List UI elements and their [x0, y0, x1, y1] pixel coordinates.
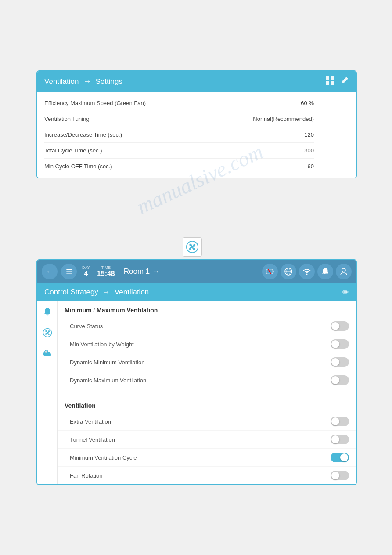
day-display: DAY 4 — [82, 265, 90, 278]
svg-point-5 — [191, 246, 194, 248]
left-sidebar — [37, 301, 58, 484]
toggle-row-fan-rotation: Fan Rotation — [58, 467, 356, 484]
section-header-1: Ventilation — [58, 397, 356, 413]
svg-point-15 — [46, 332, 48, 334]
svg-line-8 — [268, 269, 271, 274]
toggle-label-curve-status: Curve Status — [70, 323, 331, 330]
toggle-tunnel-vent[interactable] — [331, 435, 349, 444]
sidebar-weather-svg — [43, 348, 52, 357]
wifi-icon-btn[interactable] — [299, 264, 315, 279]
main-content: Minimum / Maximum Ventilation Curve Stat… — [58, 301, 356, 484]
globe-icon-btn[interactable] — [281, 264, 296, 279]
toggle-label-fan-rotation: Fan Rotation — [70, 472, 331, 479]
toggle-row-tunnel-vent: Tunnel Ventilation — [58, 431, 356, 449]
day-value: 4 — [84, 270, 88, 278]
sidebar-fan-icon[interactable] — [41, 326, 54, 339]
top-card-content: Efficiency Maximum Speed (Green Fan) 60 … — [37, 92, 321, 178]
menu-button[interactable]: ☰ — [61, 264, 77, 279]
toggle-label-extra-vent: Extra Ventilation — [70, 418, 331, 425]
toggle-label-dynamic-max-vent: Dynamic Maximum Ventilation — [70, 377, 331, 384]
setting-value-0: 60 % — [301, 100, 314, 106]
wifi-icon — [303, 268, 311, 275]
toggle-row-dynamic-max-vent: Dynamic Maximum Ventilation — [58, 371, 356, 389]
toggle-fan-rotation[interactable] — [331, 471, 349, 480]
svg-rect-3 — [331, 81, 334, 85]
svg-rect-0 — [326, 76, 329, 80]
toggle-extra-vent[interactable] — [331, 417, 349, 426]
breadcrumb-edit-icon[interactable]: ✏ — [342, 287, 349, 297]
back-icon: ← — [46, 268, 53, 276]
fan-svg-icon — [186, 240, 199, 254]
ventilation-settings-card: Ventilation → Settings Efficiency Max — [36, 70, 357, 178]
toggle-knob-extra-vent — [331, 417, 339, 425]
toggle-knob-min-vent-weight — [331, 340, 339, 348]
toggle-curve-status[interactable] — [331, 321, 349, 331]
sidebar-bell-icon[interactable] — [41, 306, 54, 319]
sidebar-weather-icon[interactable] — [41, 346, 54, 359]
nav-icons — [262, 264, 352, 279]
toggle-label-min-vent-cycle: Minimum Ventilation Cycle — [70, 454, 331, 461]
setting-row-2: Increase/Decrease Time (sec.) 120 — [44, 127, 314, 143]
svg-point-12 — [306, 274, 308, 275]
setting-label-4: Min Cycle OFF Time (sec.) — [44, 163, 308, 170]
setting-row-1: Ventilation Tuning Normal(Recommended) — [44, 111, 314, 127]
time-display: TIME 15:48 — [97, 265, 115, 278]
person-icon-btn[interactable] — [336, 264, 352, 279]
svg-rect-2 — [326, 81, 329, 85]
toggle-row-curve-status: Curve Status — [58, 317, 356, 335]
section-header-0: Minimum / Maximum Ventilation — [58, 301, 356, 317]
setting-label-1: Ventilation Tuning — [44, 116, 253, 122]
time-label: TIME — [101, 265, 111, 270]
toggle-label-min-vent-weight: Min Ventilation by Weight — [70, 341, 331, 348]
top-card-title: Ventilation — [44, 77, 79, 86]
toggle-knob-fan-rotation — [331, 472, 339, 479]
toggle-row-min-vent-weight: Min Ventilation by Weight — [58, 335, 356, 353]
toggle-min-vent-weight[interactable] — [331, 339, 349, 349]
toggle-min-vent-cycle[interactable] — [331, 453, 349, 462]
menu-icon: ☰ — [66, 268, 72, 276]
top-card-arrow: → — [83, 77, 91, 86]
setting-value-3: 300 — [304, 147, 314, 154]
room-name: Room 1 — [124, 267, 150, 276]
battery-icon-btn[interactable] — [262, 264, 278, 279]
setting-value-4: 60 — [308, 163, 314, 170]
person-icon — [340, 268, 348, 276]
back-button[interactable]: ← — [42, 264, 58, 279]
setting-label-2: Increase/Decrease Time (sec.) — [44, 131, 304, 138]
toggle-dynamic-max-vent[interactable] — [331, 375, 349, 385]
toggle-row-extra-vent: Extra Ventilation — [58, 413, 356, 431]
fan-icon-container[interactable] — [183, 237, 202, 257]
top-card-icons — [325, 76, 349, 87]
bell-nav-icon-btn[interactable] — [317, 264, 333, 279]
breadcrumb-arrow: → — [103, 288, 110, 297]
breadcrumb-subtitle: Ventilation — [115, 288, 149, 297]
grid-icon[interactable] — [325, 76, 335, 87]
day-label: DAY — [82, 265, 90, 270]
section-divider — [58, 393, 356, 393]
navbar: ← ☰ DAY 4 TIME 15:48 Room 1 → — [37, 260, 356, 283]
setting-row-3: Total Cycle Time (sec.) 300 — [44, 143, 314, 159]
breadcrumb-bar: Control Strategy → Ventilation ✏ — [37, 283, 356, 301]
top-card-sidebar — [321, 92, 356, 178]
battery-icon — [266, 269, 274, 274]
top-card-subtitle: Settings — [95, 77, 122, 86]
room-arrow-icon: → — [152, 267, 160, 276]
control-strategy-card: ← ☰ DAY 4 TIME 15:48 Room 1 → — [36, 259, 357, 485]
toggle-knob-tunnel-vent — [331, 435, 339, 443]
card-body: Minimum / Maximum Ventilation Curve Stat… — [37, 301, 356, 484]
globe-icon — [284, 268, 292, 276]
toggle-label-tunnel-vent: Tunnel Ventilation — [70, 436, 331, 443]
svg-rect-7 — [273, 271, 274, 273]
setting-value-1: Normal(Recommended) — [253, 116, 314, 122]
edit-icon[interactable] — [340, 76, 349, 87]
time-value: 15:48 — [97, 270, 115, 278]
toggle-dynamic-min-vent[interactable] — [331, 357, 349, 367]
toggle-knob-min-vent-cycle — [340, 453, 348, 461]
toggle-row-min-vent-cycle: Minimum Ventilation Cycle — [58, 449, 356, 467]
svg-rect-19 — [44, 354, 51, 356]
breadcrumb-title: Control Strategy — [44, 288, 98, 297]
toggle-knob-dynamic-max-vent — [331, 376, 339, 384]
sidebar-bell-svg — [43, 308, 52, 317]
setting-row-4: Min Cycle OFF Time (sec.) 60 — [44, 159, 314, 174]
top-card-header: Ventilation → Settings — [37, 71, 356, 92]
